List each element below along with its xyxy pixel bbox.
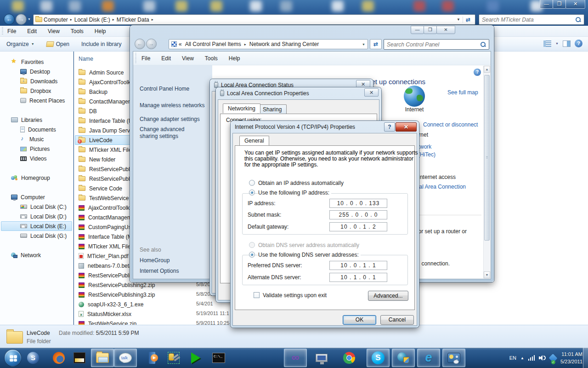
search-icon[interactable] <box>575 17 581 23</box>
menu-edit[interactable]: Edit <box>161 55 171 62</box>
sidebar-item-music[interactable]: Music <box>0 134 73 144</box>
control-panel-home-link[interactable]: Control Panel Home <box>140 86 209 92</box>
taskbar-internet-explorer[interactable]: e <box>417 349 440 367</box>
language-indicator[interactable]: EN <box>509 355 516 361</box>
breadcrumb-item[interactable]: All Control Panel Items <box>184 41 243 47</box>
help-icon[interactable]: ? <box>474 69 481 76</box>
menu-help[interactable]: Help <box>95 28 106 34</box>
use-ip-radio[interactable] <box>249 190 255 196</box>
breadcrumb-item[interactable]: Computer <box>42 17 69 23</box>
breadcrumb[interactable]: Computer▸Local Disk (E:)▸MTicker Data▸ ▼… <box>33 14 475 25</box>
use-dns-label[interactable]: Use the following DNS server addresses: <box>258 252 361 258</box>
scroll-up-icon[interactable]: ▲ <box>484 66 490 73</box>
minimize-button[interactable]: — <box>411 26 424 34</box>
open-button[interactable]: Open <box>46 41 69 47</box>
sidebar-item-pictures[interactable]: Pictures <box>0 144 73 154</box>
search-box[interactable] <box>479 14 584 25</box>
advanced-button[interactable]: Advanced... <box>368 291 408 301</box>
taskbar-firefox[interactable] <box>47 349 70 367</box>
manage-wireless-networks-link[interactable]: Manage wireless networks <box>140 102 209 109</box>
change-view-icon[interactable] <box>543 40 551 47</box>
volume-icon[interactable] <box>539 355 546 361</box>
menu-view[interactable]: View <box>48 28 60 34</box>
validate-label[interactable]: Validate settings upon exit <box>263 292 327 299</box>
sidebar-item-documents[interactable]: Documents <box>0 125 73 134</box>
taskbar-messenger-app[interactable]: S <box>22 349 45 367</box>
preview-pane-icon[interactable] <box>563 40 571 47</box>
search-input[interactable] <box>482 17 575 23</box>
restore-button[interactable]: ❒ <box>424 26 437 34</box>
include-in-library-button[interactable]: Include in library <box>81 41 121 47</box>
internet-options-link[interactable]: Internet Options <box>140 268 209 275</box>
breadcrumb[interactable]: « All Control Panel Items▸Network and Sh… <box>169 39 368 49</box>
file-row[interactable]: RestServicePublishing3.zip5/8/201 <box>75 290 194 299</box>
change-adapter-settings-link[interactable]: Change adapter settings <box>140 116 209 123</box>
windows-firewall-link[interactable]: Windows Firewall <box>140 278 209 279</box>
validate-checkbox[interactable] <box>254 292 260 298</box>
taskbar-green-player[interactable] <box>184 349 207 367</box>
search-box[interactable] <box>384 39 489 50</box>
tab-sharing[interactable]: Sharing <box>258 104 287 114</box>
search-icon[interactable] <box>480 41 486 47</box>
start-button[interactable] <box>4 349 22 367</box>
sidebar-section-computer[interactable]: Computer <box>0 192 73 202</box>
taskbar-google-talk[interactable] <box>114 349 137 367</box>
sidebar-item-videos[interactable]: Videos <box>0 154 73 163</box>
organize-button[interactable]: Organize▼ <box>6 41 34 47</box>
sidebar-item-dropbox[interactable]: Dropbox <box>0 86 73 96</box>
back-button[interactable]: ← <box>135 39 145 49</box>
breadcrumb-item[interactable]: Network and Sharing Center <box>248 41 320 47</box>
file-row[interactable]: StatusMticker.xlsx5/19/2011 11:1 <box>75 309 194 319</box>
ok-button[interactable]: OK <box>343 315 376 325</box>
ip-field[interactable]: 10 . 0 . 1 . 1 <box>329 261 387 270</box>
sidebar-item-local-disk-e-[interactable]: Local Disk (E:) <box>1 221 72 231</box>
obtain-ip-radio[interactable] <box>249 180 255 186</box>
taskbar-media-player[interactable] <box>141 349 164 367</box>
sidebar-item-recent-places[interactable]: Recent Places <box>0 96 73 105</box>
scrollbar[interactable]: ▲ ▼ <box>483 66 490 278</box>
close-button[interactable]: ✕ <box>565 0 585 9</box>
sidebar-section-homegroup[interactable]: Homegroup <box>0 173 73 183</box>
refresh-icon[interactable]: ⇄ <box>463 17 473 23</box>
tab-general[interactable]: General <box>239 136 269 145</box>
homegroup-link[interactable]: HomeGroup <box>140 257 209 264</box>
clock[interactable]: 11:01 AM5/23/2011 <box>560 351 582 365</box>
menu-tools[interactable]: Tools <box>71 28 84 34</box>
use-dns-radio[interactable] <box>249 252 255 258</box>
sidebar-item-desktop[interactable]: Desktop <box>0 67 73 76</box>
sidebar-item-local-disk-c-[interactable]: Local Disk (C:) <box>0 202 73 212</box>
menu-file[interactable]: File <box>7 28 16 34</box>
help-icon[interactable]: ? <box>575 40 582 47</box>
back-button[interactable]: ← <box>4 14 15 25</box>
taskbar-windows-explorer[interactable] <box>91 349 114 367</box>
forward-button[interactable]: → <box>16 14 27 25</box>
change-advanced-sharing-link[interactable]: Change advanced sharing settings <box>140 126 204 140</box>
taskbar-command-prompt[interactable]: C:\_ <box>207 349 230 367</box>
taskbar-database-tool[interactable] <box>162 349 185 367</box>
menu-file[interactable]: File <box>141 55 150 62</box>
ip-field[interactable]: 10 . 0 . 1 . 2 <box>329 222 387 231</box>
ip-field[interactable]: 255 . 0 . 0 . 0 <box>329 210 387 219</box>
taskbar-media-app[interactable] <box>68 349 91 367</box>
ip-field[interactable]: 10 . 0 . 0 . 133 <box>329 199 387 208</box>
breadcrumb-item[interactable]: Local Disk (E:) <box>73 17 112 23</box>
obtain-ip-label[interactable]: Obtain an IP address automatically <box>258 180 345 186</box>
taskbar-chrome[interactable] <box>338 349 361 367</box>
help-button[interactable]: ? <box>384 122 395 132</box>
refresh-icon[interactable]: ⇄ <box>370 39 382 49</box>
taskbar-visual-studio[interactable]: ∞ <box>284 349 307 367</box>
network-signal-icon[interactable] <box>528 355 535 361</box>
file-row[interactable]: soapUI-x32-3_6_1.exe5/4/201 <box>75 299 194 309</box>
close-button[interactable]: ✕ <box>364 88 379 97</box>
sidebar-item-local-disk-d-[interactable]: Local Disk (D:) <box>0 212 73 221</box>
taskbar-display-settings[interactable] <box>442 349 465 367</box>
sidebar-section-network[interactable]: Network <box>0 250 73 260</box>
tab-networking[interactable]: Networking <box>223 104 260 113</box>
breadcrumb-item[interactable]: MTicker Data <box>115 17 151 23</box>
close-button[interactable]: ✕ <box>436 26 455 34</box>
menu-help[interactable]: Help <box>229 55 240 62</box>
maximize-button[interactable]: ❒ <box>553 0 566 9</box>
cancel-button[interactable]: Cancel <box>380 315 414 325</box>
see-full-map-link[interactable]: See full map <box>447 89 478 96</box>
ip-field[interactable]: 10 . 1 . 0 . 1 <box>329 273 387 282</box>
